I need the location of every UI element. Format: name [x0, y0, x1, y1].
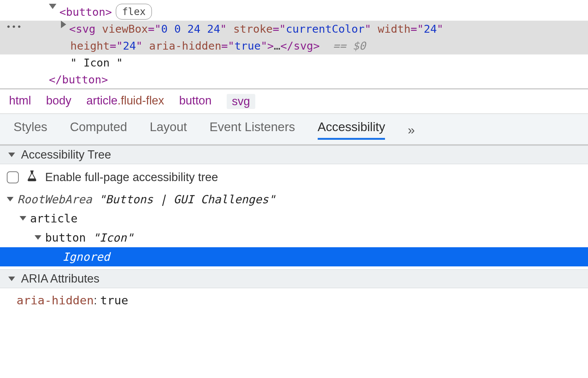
enable-fullpage-tree-label: Enable full-page accessibility tree [45, 171, 218, 184]
tab-accessibility[interactable]: Accessibility [318, 120, 385, 140]
crumb-body[interactable]: body [46, 94, 71, 109]
crumb-button[interactable]: button [179, 94, 212, 109]
tab-styles[interactable]: Styles [14, 120, 47, 140]
sidebar-tabstrip: Styles Computed Layout Event Listeners A… [0, 114, 588, 145]
dom-node-text-icon[interactable]: " Icon " [0, 54, 588, 71]
tree-node-article[interactable]: article [0, 209, 588, 228]
section-header-accessibility-tree[interactable]: Accessibility Tree [0, 145, 588, 164]
dom-node-button-close[interactable]: </button> [0, 71, 588, 88]
crumb-svg[interactable]: svg [227, 94, 255, 109]
elements-dom-panel: <button> flex ••• <svg viewBox="0 0 24 2… [0, 0, 588, 88]
section-title: Accessibility Tree [21, 148, 111, 162]
flex-badge[interactable]: flex [116, 4, 152, 20]
aria-attr-value: true [100, 293, 129, 307]
tabs-overflow-icon[interactable]: » [408, 122, 415, 137]
gutter-menu-icon[interactable]: ••• [6, 21, 22, 33]
tree-node-button[interactable]: button "Icon" [0, 228, 588, 247]
expand-toggle-icon[interactable] [61, 21, 66, 28]
chevron-down-icon [8, 153, 15, 157]
section-title: ARIA Attributes [21, 272, 100, 286]
accessibility-tree: RootWebArea "Buttons | GUI Challenges" a… [0, 190, 588, 266]
chevron-down-icon [8, 277, 15, 281]
tab-event-listeners[interactable]: Event Listeners [209, 120, 295, 140]
aria-attributes-body: aria-hidden: true [0, 288, 588, 313]
dom-node-button-open[interactable]: <button> flex [0, 4, 588, 21]
chevron-down-icon [20, 216, 26, 221]
selected-node-marker: == $0 [333, 39, 365, 52]
crumb-html[interactable]: html [9, 94, 31, 109]
tab-computed[interactable]: Computed [70, 120, 127, 140]
dom-breadcrumb: html body article.fluid-flex button svg [0, 88, 588, 114]
experiment-flask-icon [26, 169, 38, 185]
chevron-down-icon [35, 235, 41, 240]
section-header-aria-attributes[interactable]: ARIA Attributes [0, 269, 588, 288]
tree-node-rootwebarea[interactable]: RootWebArea "Buttons | GUI Challenges" [0, 190, 588, 209]
aria-attr-key: aria-hidden [17, 293, 94, 307]
tab-layout[interactable]: Layout [150, 120, 187, 140]
crumb-article[interactable]: article.fluid-flex [86, 94, 164, 109]
dom-node-svg[interactable]: ••• <svg viewBox="0 0 24 24" stroke="cur… [0, 21, 588, 54]
chevron-down-icon [7, 197, 14, 201]
expand-toggle-icon[interactable] [49, 4, 56, 9]
accessibility-tree-body: Enable full-page accessibility tree Root… [0, 164, 588, 269]
tree-node-ignored[interactable]: Ignored [0, 247, 588, 266]
enable-fullpage-tree-checkbox[interactable] [7, 171, 19, 183]
